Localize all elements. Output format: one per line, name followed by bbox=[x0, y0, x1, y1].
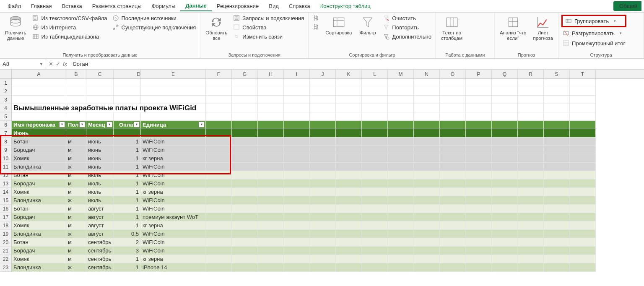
cell[interactable] bbox=[466, 196, 492, 205]
row-header[interactable]: 16 bbox=[0, 205, 12, 213]
row-10[interactable]: 10Хомякмиюнь1кг зерна bbox=[0, 154, 644, 163]
cell[interactable] bbox=[414, 221, 440, 230]
cell[interactable] bbox=[206, 146, 232, 154]
recent-sources-button[interactable]: Последние источники bbox=[112, 14, 197, 22]
cell[interactable]: м bbox=[66, 255, 86, 263]
cell[interactable] bbox=[284, 205, 310, 213]
cell[interactable]: м bbox=[66, 213, 86, 221]
row-15[interactable]: 15Блондинкажиюль1WiFiCoin bbox=[0, 196, 644, 205]
row-header[interactable]: 1 bbox=[0, 79, 12, 87]
cell[interactable]: премиум аккаунт WoT bbox=[141, 213, 206, 221]
cell[interactable] bbox=[414, 205, 440, 213]
cell[interactable] bbox=[544, 213, 570, 221]
cell[interactable]: сентябрь bbox=[86, 263, 114, 272]
cell[interactable] bbox=[258, 154, 284, 163]
cell[interactable] bbox=[388, 179, 414, 188]
cell[interactable] bbox=[284, 138, 310, 146]
cell[interactable] bbox=[206, 255, 232, 263]
sort-asc-button[interactable]: AЯ bbox=[312, 14, 320, 22]
cell[interactable] bbox=[518, 104, 544, 112]
row-header[interactable]: 5 bbox=[0, 112, 12, 121]
cell[interactable] bbox=[284, 188, 310, 196]
cell[interactable] bbox=[570, 138, 596, 146]
cell[interactable] bbox=[284, 179, 310, 188]
cell[interactable]: август bbox=[86, 221, 114, 230]
cell[interactable]: Вымышленные заработные платы проекта WiF… bbox=[12, 104, 206, 112]
cell[interactable] bbox=[336, 188, 362, 196]
cell[interactable] bbox=[518, 205, 544, 213]
cell[interactable]: Ботан bbox=[12, 171, 66, 179]
cell[interactable] bbox=[232, 112, 258, 121]
cell[interactable] bbox=[232, 129, 258, 138]
cell[interactable] bbox=[310, 121, 336, 129]
cell[interactable] bbox=[362, 230, 388, 238]
cell[interactable] bbox=[414, 96, 440, 104]
cell[interactable] bbox=[440, 87, 466, 96]
menu-insert[interactable]: Вставка bbox=[57, 1, 87, 11]
cell[interactable] bbox=[362, 121, 388, 129]
cell[interactable] bbox=[544, 263, 570, 272]
cell[interactable] bbox=[114, 87, 141, 96]
chevron-down-icon[interactable]: ▼ bbox=[39, 62, 43, 66]
cell[interactable]: сентябрь bbox=[86, 247, 114, 255]
cell[interactable] bbox=[414, 238, 440, 247]
cell[interactable] bbox=[66, 129, 86, 138]
col-header-T[interactable]: T bbox=[570, 70, 596, 78]
cell[interactable] bbox=[544, 196, 570, 205]
cell[interactable] bbox=[570, 230, 596, 238]
cell[interactable]: сентябрь bbox=[86, 255, 114, 263]
cell[interactable] bbox=[284, 121, 310, 129]
cell[interactable] bbox=[388, 163, 414, 171]
row-16[interactable]: 16Ботанмавгуст1WiFiCoin bbox=[0, 205, 644, 213]
cell[interactable] bbox=[66, 96, 86, 104]
col-header-B[interactable]: B bbox=[66, 70, 86, 78]
cell[interactable] bbox=[492, 205, 518, 213]
cell[interactable] bbox=[570, 221, 596, 230]
cell[interactable] bbox=[336, 146, 362, 154]
cell[interactable] bbox=[310, 255, 336, 263]
cell[interactable] bbox=[232, 179, 258, 188]
cell[interactable]: 1 bbox=[114, 179, 141, 188]
cell[interactable] bbox=[544, 163, 570, 171]
cell[interactable] bbox=[388, 255, 414, 263]
cell[interactable] bbox=[206, 230, 232, 238]
cell[interactable] bbox=[466, 138, 492, 146]
cell[interactable] bbox=[284, 171, 310, 179]
cell[interactable] bbox=[258, 138, 284, 146]
cell[interactable] bbox=[466, 146, 492, 154]
cell[interactable] bbox=[336, 213, 362, 221]
cell[interactable] bbox=[12, 112, 66, 121]
cell[interactable]: июль bbox=[86, 196, 114, 205]
cell[interactable] bbox=[232, 138, 258, 146]
cell[interactable] bbox=[440, 205, 466, 213]
cell[interactable]: 1 bbox=[114, 138, 141, 146]
cell[interactable] bbox=[336, 221, 362, 230]
cell[interactable] bbox=[544, 96, 570, 104]
refresh-all-button[interactable]: Обновить все bbox=[204, 14, 229, 42]
cell[interactable] bbox=[466, 263, 492, 272]
col-header-C[interactable]: C bbox=[86, 70, 114, 78]
cell[interactable] bbox=[440, 154, 466, 163]
cell[interactable] bbox=[466, 188, 492, 196]
cell[interactable] bbox=[284, 96, 310, 104]
cell[interactable] bbox=[310, 196, 336, 205]
cell[interactable] bbox=[492, 221, 518, 230]
from-csv-button[interactable]: Из текстового/CSV-файла bbox=[31, 14, 108, 22]
cell[interactable] bbox=[362, 163, 388, 171]
col-header-A[interactable]: A bbox=[12, 70, 66, 78]
cell[interactable] bbox=[414, 179, 440, 188]
cell[interactable] bbox=[206, 188, 232, 196]
cell[interactable] bbox=[492, 129, 518, 138]
cell[interactable] bbox=[284, 79, 310, 87]
cell[interactable] bbox=[258, 255, 284, 263]
cell[interactable] bbox=[518, 154, 544, 163]
cell[interactable]: 1 bbox=[114, 146, 141, 154]
cell[interactable] bbox=[336, 121, 362, 129]
cell[interactable]: Блондинка bbox=[12, 230, 66, 238]
cell[interactable] bbox=[336, 129, 362, 138]
cell[interactable] bbox=[86, 96, 114, 104]
cell[interactable] bbox=[284, 213, 310, 221]
row-header[interactable]: 15 bbox=[0, 196, 12, 205]
cell[interactable] bbox=[466, 112, 492, 121]
cell[interactable] bbox=[518, 87, 544, 96]
